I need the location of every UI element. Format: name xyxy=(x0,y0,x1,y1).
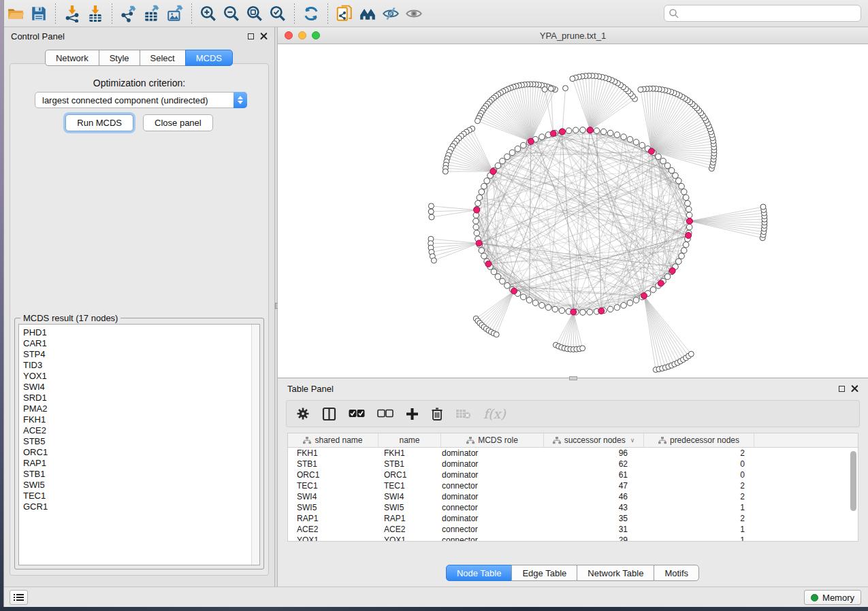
network-node[interactable] xyxy=(614,132,620,138)
mcds-result-item[interactable]: FKH1 xyxy=(23,414,259,425)
save-session-button[interactable] xyxy=(27,3,50,24)
network-node[interactable] xyxy=(526,297,532,303)
show-all-button[interactable] xyxy=(402,3,425,24)
leaf-node[interactable] xyxy=(570,76,575,82)
refresh-button[interactable] xyxy=(300,3,323,24)
leaf-node[interactable] xyxy=(688,351,694,357)
network-node[interactable] xyxy=(633,139,639,146)
mcds-result-item[interactable]: STB5 xyxy=(23,436,259,447)
network-node[interactable] xyxy=(614,305,620,311)
network-node[interactable] xyxy=(627,300,633,306)
network-canvas[interactable] xyxy=(278,44,868,378)
mcds-result-item[interactable]: STP4 xyxy=(23,349,259,360)
table-row[interactable]: STB1STB1dominator620 xyxy=(288,459,858,469)
mcds-hub-node[interactable] xyxy=(658,280,664,286)
network-node[interactable] xyxy=(495,274,501,280)
network-node[interactable] xyxy=(481,183,487,189)
mcds-result-item[interactable]: ORC1 xyxy=(23,447,259,458)
network-node[interactable] xyxy=(539,134,545,140)
network-node[interactable] xyxy=(621,134,627,140)
network-node[interactable] xyxy=(566,128,572,134)
mcds-result-item[interactable]: SWI4 xyxy=(23,382,259,393)
network-node[interactable] xyxy=(532,300,539,306)
network-node[interactable] xyxy=(475,201,481,207)
tab-select[interactable]: Select xyxy=(140,50,186,66)
run-mcds-button[interactable]: Run MCDS xyxy=(65,114,133,131)
first-neighbors-button[interactable] xyxy=(356,3,379,24)
network-node[interactable] xyxy=(676,259,682,265)
network-node[interactable] xyxy=(520,294,526,300)
zoom-out-button[interactable] xyxy=(220,3,243,24)
mcds-hub-node[interactable] xyxy=(560,129,566,135)
leaf-node[interactable] xyxy=(580,346,585,351)
show-panels-button[interactable] xyxy=(10,590,28,605)
table-row[interactable]: YOX1YOX1connector291 xyxy=(288,535,858,542)
leaf-node[interactable] xyxy=(494,332,499,337)
delete-column-button[interactable] xyxy=(431,407,443,420)
network-node[interactable] xyxy=(491,269,497,275)
network-node[interactable] xyxy=(679,253,685,259)
network-node[interactable] xyxy=(481,253,487,259)
mcds-hub-node[interactable] xyxy=(511,288,517,294)
mcds-hub-node[interactable] xyxy=(528,138,534,144)
mcds-result-item[interactable]: PMA2 xyxy=(23,403,259,414)
table-row[interactable]: SWI4SWI4dominator462 xyxy=(288,491,858,502)
import-table-button[interactable] xyxy=(84,3,107,24)
mcds-hub-node[interactable] xyxy=(641,293,647,299)
network-node[interactable] xyxy=(520,142,526,148)
network-node[interactable] xyxy=(573,127,579,133)
table-scrollbar-thumb[interactable] xyxy=(850,451,856,511)
mcds-result-item[interactable]: TEC1 xyxy=(23,491,259,501)
leaf-node[interactable] xyxy=(428,203,434,209)
leaf-node[interactable] xyxy=(760,204,766,210)
network-from-file-button[interactable] xyxy=(333,3,356,24)
close-window-icon[interactable] xyxy=(285,31,293,39)
horizontal-splitter-knob[interactable] xyxy=(569,376,577,380)
mcds-result-item[interactable]: STB1 xyxy=(23,469,259,480)
network-node[interactable] xyxy=(559,308,565,314)
mcds-result-item[interactable]: GCR1 xyxy=(23,501,259,512)
network-node[interactable] xyxy=(552,306,558,312)
network-node[interactable] xyxy=(473,224,479,230)
mcds-hub-node[interactable] xyxy=(474,207,480,213)
table-row[interactable]: ACE2ACE2connector311 xyxy=(288,524,858,535)
float-panel-icon[interactable] xyxy=(839,386,845,392)
network-node[interactable] xyxy=(685,201,691,207)
mcds-result-item[interactable]: RAP1 xyxy=(23,458,259,469)
mcds-hub-node[interactable] xyxy=(686,232,692,238)
mcds-result-item[interactable]: ACE2 xyxy=(23,425,259,436)
mcds-result-item[interactable]: SWI5 xyxy=(23,480,259,491)
add-column-button[interactable] xyxy=(406,408,419,420)
network-node[interactable] xyxy=(676,178,682,184)
mcds-hub-node[interactable] xyxy=(476,240,482,246)
float-panel-icon[interactable] xyxy=(248,33,254,39)
network-node[interactable] xyxy=(633,297,639,303)
network-node[interactable] xyxy=(681,189,687,195)
mcds-list-scrollbar[interactable] xyxy=(251,325,259,565)
network-node[interactable] xyxy=(686,224,692,230)
network-node[interactable] xyxy=(504,282,511,288)
network-node[interactable] xyxy=(686,206,692,212)
table-row[interactable]: ORC1ORC1dominator610 xyxy=(288,469,858,480)
mcds-hub-node[interactable] xyxy=(669,267,675,274)
network-node[interactable] xyxy=(580,310,586,316)
network-node[interactable] xyxy=(664,274,671,280)
export-network-button[interactable] xyxy=(117,3,140,24)
network-node[interactable] xyxy=(656,154,662,160)
network-node[interactable] xyxy=(515,146,521,152)
network-node[interactable] xyxy=(587,309,593,315)
network-node[interactable] xyxy=(509,150,515,156)
network-node[interactable] xyxy=(594,128,600,134)
mcds-result-item[interactable]: YOX1 xyxy=(23,371,259,382)
zoom-in-button[interactable] xyxy=(197,3,220,24)
mcds-hub-node[interactable] xyxy=(485,261,492,267)
table-row[interactable]: TEC1TEC1connector472 xyxy=(288,480,858,491)
close-panel-icon[interactable] xyxy=(260,33,268,40)
tab-style[interactable]: Style xyxy=(99,50,140,66)
network-node[interactable] xyxy=(607,130,613,136)
column-visibility-button[interactable] xyxy=(322,407,336,421)
mcds-result-item[interactable]: TID3 xyxy=(23,360,259,371)
network-node[interactable] xyxy=(600,129,607,135)
network-node[interactable] xyxy=(495,163,501,169)
network-node[interactable] xyxy=(477,195,483,201)
